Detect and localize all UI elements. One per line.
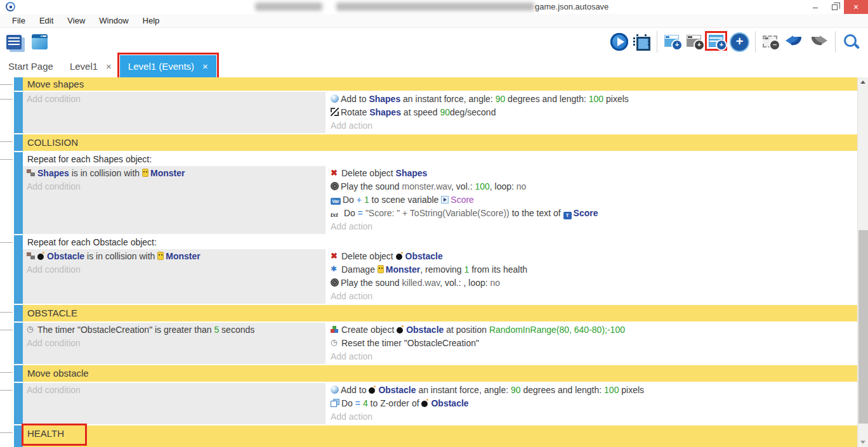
event-drag-handle[interactable] — [0, 77, 14, 91]
add-icon[interactable] — [731, 34, 748, 51]
delete-icon — [331, 252, 339, 260]
menu-item-view[interactable]: View — [60, 14, 92, 27]
event-drag-handle[interactable] — [0, 323, 14, 364]
event-drag-handle[interactable] — [0, 92, 14, 133]
event-drag-handle[interactable] — [0, 383, 14, 424]
add-comment-icon[interactable] — [687, 35, 701, 47]
event-selection-bar[interactable] — [14, 323, 23, 364]
close-button[interactable]: × — [844, 0, 868, 14]
actions-column: Delete object ObstacleDamage Monster, re… — [327, 249, 857, 304]
action-line[interactable]: Damage Monster, removing 1 from its heal… — [327, 263, 857, 276]
action-line[interactable]: Do = 4 to Z-order of Obstacle — [327, 397, 857, 410]
timer-icon — [27, 325, 36, 334]
add-condition-button[interactable]: Add condition — [23, 263, 326, 276]
action-line[interactable]: Play the sound killed.wav, vol.: , loop:… — [327, 276, 857, 290]
events-sheet: Move shapesAdd conditionAdd to Shapes an… — [0, 77, 857, 447]
event-selection-bar[interactable] — [14, 425, 23, 447]
menu-item-window[interactable]: Window — [92, 14, 135, 27]
add-subevent-icon[interactable] — [709, 35, 723, 47]
conditions-column: Add condition — [23, 383, 327, 424]
tab-start-page[interactable]: Start Page — [0, 55, 62, 77]
event-group-title[interactable]: Move obstacle — [23, 365, 857, 382]
event-selection-bar[interactable] — [14, 383, 23, 424]
scroll-down-icon[interactable] — [860, 441, 865, 444]
search-icon[interactable] — [843, 33, 860, 51]
event-selection-bar[interactable] — [14, 152, 23, 234]
scrollbar-track[interactable] — [857, 77, 868, 447]
event-drag-handle[interactable] — [0, 305, 14, 321]
menu-item-edit[interactable]: Edit — [32, 14, 60, 27]
action-line[interactable]: Play the sound monster.wav, vol.: 100, l… — [327, 180, 857, 193]
event-group-title[interactable]: Move shapes — [23, 77, 857, 91]
event-group-title[interactable]: OBSTACLE — [23, 305, 857, 321]
action-line[interactable]: Reset the timer "ObstacleCreation" — [327, 337, 857, 350]
maximize-button[interactable] — [825, 0, 844, 14]
event-drag-handle[interactable] — [0, 134, 14, 151]
add-condition-button[interactable]: Add condition — [23, 337, 326, 350]
add-condition-button[interactable]: Add condition — [23, 93, 326, 106]
tab-close-icon[interactable]: × — [106, 61, 112, 72]
action-line[interactable]: Add to Obstacle an instant force, angle:… — [327, 384, 857, 397]
blurred-title-text — [336, 3, 534, 11]
action-line[interactable]: Rotate Shapes at speed 90deg/second — [327, 106, 857, 119]
add-action-button[interactable]: Add action — [327, 350, 857, 363]
scroll-thumb[interactable] — [858, 230, 868, 424]
condition-line[interactable]: Shapes is in collision with Monster — [23, 167, 326, 180]
action-line[interactable]: Add to Shapes an instant force, angle: 9… — [327, 93, 857, 106]
condition-line[interactable]: Obstacle is in collision with Monster — [23, 250, 326, 263]
repeat-event-header[interactable]: Repeat for each Shapes object: — [23, 152, 857, 166]
add-condition-button[interactable]: Add condition — [23, 180, 326, 193]
collision-icon — [27, 252, 36, 260]
tab-level1[interactable]: Level1× — [62, 55, 120, 77]
action-line[interactable]: Create object Obstacle at position Rando… — [327, 323, 857, 337]
event-selection-bar[interactable] — [14, 134, 23, 151]
add-action-button[interactable]: Add action — [327, 119, 857, 133]
project-manager-icon[interactable] — [6, 35, 22, 49]
debug-icon[interactable] — [633, 34, 650, 50]
event-selection-bar[interactable] — [14, 305, 23, 321]
event-group-block: COLLISION — [0, 134, 857, 151]
obstacle-icon — [396, 252, 404, 260]
undo-icon[interactable] — [785, 34, 804, 50]
event-drag-handle[interactable] — [0, 365, 14, 382]
scene-editor-icon[interactable] — [32, 34, 48, 49]
event-block: The timer "ObstacleCreation" is greater … — [0, 323, 857, 364]
add-action-button[interactable]: Add action — [327, 290, 857, 303]
repeat-event-header[interactable]: Repeat for each Obstacle object: — [23, 235, 857, 249]
event-drag-handle[interactable] — [0, 235, 14, 304]
condition-line[interactable]: The timer "ObstacleCreation" is greater … — [23, 323, 326, 337]
event-group-title[interactable]: COLLISION — [23, 134, 857, 151]
event-selection-bar[interactable] — [14, 92, 23, 133]
action-line[interactable]: VarDo + 1 to scene variable Score — [327, 193, 857, 207]
preview-icon[interactable] — [610, 33, 628, 51]
delete-event-icon[interactable] — [763, 36, 777, 48]
redo-icon[interactable] — [809, 34, 828, 50]
action-line[interactable]: Delete object Obstacle — [327, 250, 857, 263]
event-group-title[interactable]: HEALTH — [23, 425, 857, 442]
event-block: Repeat for each Obstacle object:Obstacle… — [0, 235, 857, 304]
action-line[interactable]: txtDo = "Score: " + ToString(Variable(Sc… — [327, 207, 857, 220]
rotate-icon — [331, 108, 339, 116]
event-selection-bar[interactable] — [14, 77, 23, 91]
add-action-button[interactable]: Add action — [327, 220, 857, 233]
scroll-up-icon[interactable] — [860, 81, 865, 84]
tab-close-icon[interactable]: × — [202, 61, 208, 72]
event-drag-handle[interactable] — [0, 425, 14, 447]
menu-bar: FileEditViewWindowHelp — [0, 14, 868, 28]
gdevelop-logo-icon — [6, 2, 15, 11]
action-line[interactable]: Delete object Shapes — [327, 167, 857, 180]
minimize-button[interactable]: – — [806, 0, 825, 14]
add-action-button[interactable]: Add action — [327, 410, 857, 424]
sound-icon — [331, 278, 339, 287]
menu-item-help[interactable]: Help — [136, 14, 167, 27]
event-selection-bar[interactable] — [14, 365, 23, 382]
event-group-block: Move obstacle — [0, 365, 857, 382]
add-condition-button[interactable]: Add condition — [23, 384, 326, 397]
tab-level1-events[interactable]: Level1 (Events)× — [120, 55, 216, 77]
menu-item-file[interactable]: File — [5, 14, 32, 27]
sound-icon — [331, 182, 339, 190]
event-drag-handle[interactable] — [0, 152, 14, 234]
event-selection-bar[interactable] — [14, 235, 23, 304]
add-event-icon[interactable] — [664, 35, 679, 47]
event-group-block: OBSTACLE — [0, 305, 857, 321]
